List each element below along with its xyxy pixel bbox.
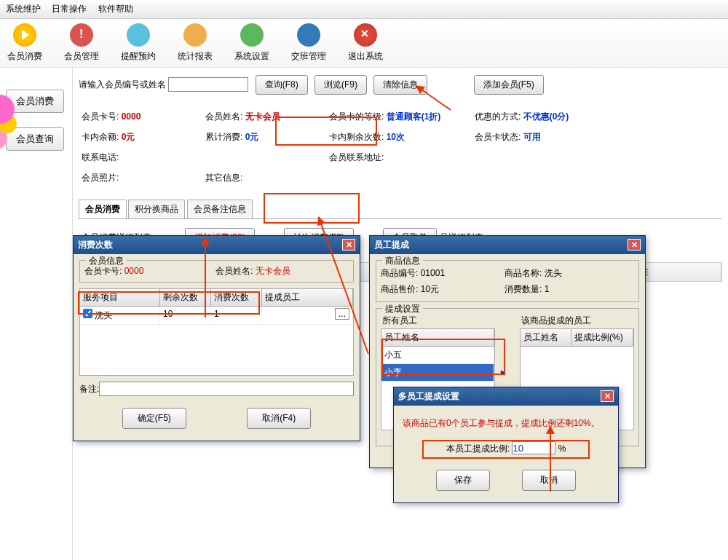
search-label: 请输入会员编号或姓名: [79, 79, 166, 90]
tb-remind[interactable]: 提醒预约: [121, 23, 156, 63]
tb-shift[interactable]: 交班管理: [291, 23, 326, 63]
search-row: 请输入会员编号或姓名 查询(F8) 浏览(F9) 清除信息 添加会员(F5): [79, 71, 722, 99]
tb-setting[interactable]: 系统设置: [234, 23, 269, 63]
dlg1-name-value: 无卡会员: [256, 266, 290, 276]
dlg1-titlebar[interactable]: 消费次数 ✕: [74, 236, 360, 254]
menu-help[interactable]: 软件帮助: [98, 4, 133, 14]
query-button[interactable]: 查询(F8): [256, 75, 308, 95]
tb-member-label: 会员管理: [64, 50, 99, 63]
dlg1-card-label: 会员卡号:: [84, 266, 122, 276]
tb-report[interactable]: 统计报表: [178, 23, 213, 63]
dlg2-prod-legend: 商品信息: [382, 255, 423, 267]
name-label: 会员姓名:: [205, 111, 242, 122]
dlg1-row-1[interactable]: 洗头 10 1 ...: [80, 307, 353, 325]
dlg1-card-value: 0000: [124, 266, 144, 276]
dlg3-titlebar[interactable]: 多员工提成设置 ✕: [394, 387, 618, 406]
dlg2-price-label: 商品售价:: [381, 284, 418, 294]
dlg3-pct-unit: %: [558, 443, 566, 454]
dlg2-id-value: 01001: [421, 268, 445, 278]
gear-icon: [240, 23, 264, 47]
annotation-arrow-2: [205, 237, 206, 318]
dlg1-more-button[interactable]: ...: [335, 308, 349, 320]
total-value: 0元: [245, 132, 259, 142]
warn-icon: [70, 23, 93, 47]
gh-consume: 消费次数: [211, 289, 262, 306]
status-label: 会员卡状态:: [475, 132, 521, 142]
menu-system[interactable]: 系统维护: [6, 4, 41, 14]
gh-staffname2: 员工姓名: [521, 329, 571, 346]
exit-icon: [354, 23, 377, 47]
other-label: 其它信息:: [205, 173, 242, 183]
dlg2-move-right-icon[interactable]: ▸: [501, 367, 514, 377]
pref-value: 不优惠(0分): [523, 111, 569, 122]
card-value: 0000: [122, 111, 141, 122]
tab-consume[interactable]: 会员消费: [79, 200, 127, 218]
dlg2-assigned-label: 该商品提成的员工: [520, 313, 634, 328]
dlg2-setting-legend: 提成设置: [382, 303, 423, 315]
photo-label: 会员照片:: [82, 173, 119, 183]
dlg2-close-icon[interactable]: ✕: [628, 239, 641, 251]
dlg3-cancel-button[interactable]: 取消: [522, 470, 576, 491]
dlg2-qty-label: 消费数量:: [505, 284, 542, 294]
dlg3-save-button[interactable]: 保存: [436, 470, 490, 491]
menubar: 系统维护 日常操作 软件帮助: [0, 0, 728, 19]
swap-icon: [297, 23, 320, 47]
gh-remain: 剩余次数: [160, 289, 211, 306]
pref-label: 优惠的方式:: [475, 111, 521, 122]
dlg2-staff-row-1[interactable]: 小五: [381, 347, 494, 364]
flag-icon: [183, 23, 207, 47]
gh-service: 服务项目: [80, 289, 160, 306]
tb-remind-label: 提醒预约: [121, 50, 156, 63]
dlg2-staff1: 小五: [381, 347, 494, 363]
annotation-arrow-4: [550, 426, 551, 492]
dlg1-remark-label: 备注:: [79, 383, 99, 395]
balance-label: 卡内余额:: [82, 132, 119, 142]
dlg2-titlebar[interactable]: 员工提成 ✕: [370, 236, 645, 254]
tb-member[interactable]: 会员管理: [64, 23, 99, 63]
dlg2-product-info: 商品信息 商品编号: 01001 商品名称: 洗头 商品售价: 10元 消费数量…: [376, 260, 639, 302]
tb-exit-label: 退出系统: [348, 50, 383, 63]
toolbar: 会员消费 会员管理 提醒预约 统计报表 系统设置 交班管理 退出系统: [0, 19, 728, 68]
tb-consume-label: 会员消费: [7, 50, 42, 63]
gh-staff: 提成员工: [262, 289, 353, 306]
card-label: 会员卡号:: [82, 111, 119, 122]
dlg2-allstaff-label: 所有员工: [381, 313, 495, 328]
tb-exit[interactable]: 退出系统: [348, 23, 383, 63]
addr-label: 会员联系地址:: [329, 152, 384, 162]
dlg3-close-icon[interactable]: ✕: [601, 390, 614, 402]
dlg1-row-checkbox[interactable]: [83, 309, 92, 318]
dlg2-price-value: 10元: [421, 284, 439, 294]
dlg2-name-label: 商品名称:: [505, 268, 542, 278]
dlg1-service-grid: 服务项目 剩余次数 消费次数 提成员工 洗头 10 1 ...: [79, 288, 354, 376]
dialog-multi-commission: 多员工提成设置 ✕ 该商品已有0个员工参与提成，提成比例还剩10%。 本员工提成…: [393, 387, 619, 503]
dlg1-remark-input[interactable]: [99, 382, 354, 396]
tab-exchange[interactable]: 积分换商品: [128, 200, 185, 218]
dlg2-id-label: 商品编号:: [381, 268, 418, 278]
dlg1-cancel-button[interactable]: 取消(F4): [247, 408, 311, 429]
dlg1-name-label: 会员姓名:: [215, 266, 253, 276]
dlg1-row-service: 洗头: [95, 310, 112, 320]
tb-report-label: 统计报表: [178, 50, 213, 63]
dlg1-close-icon[interactable]: ✕: [342, 239, 355, 251]
dlg1-title: 消费次数: [78, 239, 113, 251]
gh-pct: 提成比例(%): [571, 329, 633, 346]
dlg1-member-info: 会员信息 会员卡号: 0000 会员姓名: 无卡会员: [79, 260, 354, 283]
dlg2-staff-row-2[interactable]: 小李: [381, 364, 494, 382]
tabs: 会员消费 积分换商品 会员备注信息: [79, 200, 722, 219]
browse-button[interactable]: 浏览(F9): [314, 75, 367, 95]
dlg2-title: 员工提成: [374, 239, 409, 251]
dlg3-pct-label: 本员工提成比例:: [446, 443, 510, 454]
add-member-button[interactable]: 添加会员(F5): [474, 75, 544, 95]
dlg3-title: 多员工提成设置: [398, 390, 459, 403]
dlg3-hint: 该商品已有0个员工参与提成，提成比例还剩10%。: [403, 417, 609, 430]
level-value: 普通顾客(1折): [387, 111, 441, 122]
dlg1-info-legend: 会员信息: [86, 255, 127, 267]
dlg1-ok-button[interactable]: 确定(F5): [122, 408, 186, 429]
play-icon: [13, 23, 36, 47]
gh-staffname: 员工姓名: [381, 329, 494, 346]
tb-setting-label: 系统设置: [234, 50, 269, 63]
tab-remark[interactable]: 会员备注信息: [187, 200, 253, 218]
tb-consume[interactable]: 会员消费: [7, 23, 42, 63]
search-input[interactable]: [168, 77, 248, 92]
menu-daily[interactable]: 日常操作: [52, 4, 87, 14]
